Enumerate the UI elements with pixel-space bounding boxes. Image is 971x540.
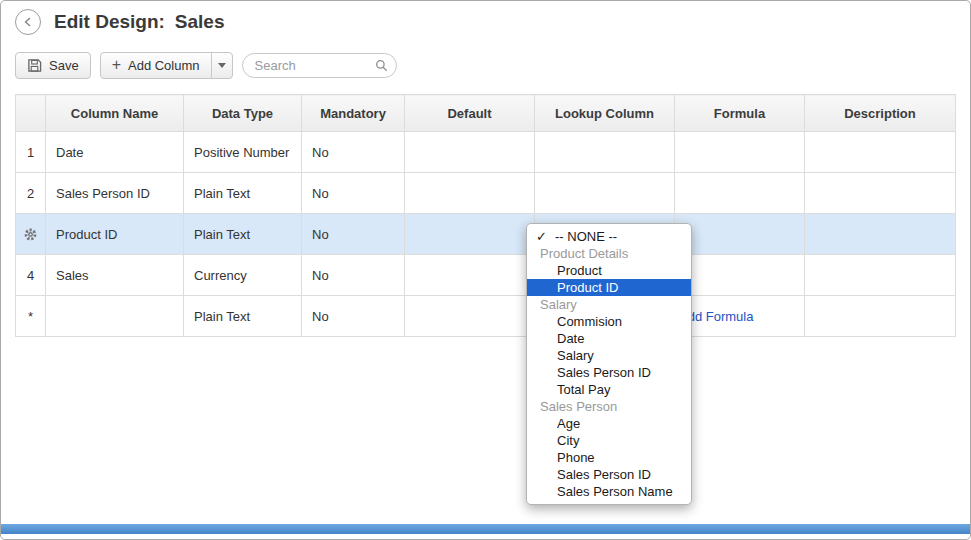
data-type-cell[interactable]: Plain Text (184, 214, 302, 255)
description-cell[interactable] (805, 132, 956, 173)
row-number-header (16, 95, 46, 132)
lookup-column-cell[interactable] (535, 173, 675, 214)
add-column-menu-button[interactable] (211, 53, 232, 78)
table-row-selected: Product ID Plain Text No (16, 214, 956, 255)
description-cell[interactable] (805, 173, 956, 214)
table-row: 1 Date Positive Number No (16, 132, 956, 173)
description-cell[interactable] (805, 296, 956, 337)
dropdown-group-salary: Salary (527, 296, 691, 313)
dropdown-option[interactable]: Phone (527, 449, 691, 466)
dropdown-option[interactable]: Age (527, 415, 691, 432)
plus-icon: + (112, 57, 121, 73)
default-cell[interactable] (405, 132, 535, 173)
description-cell[interactable] (805, 255, 956, 296)
gear-icon (23, 227, 38, 242)
row-number-cell: 1 (16, 132, 46, 173)
back-button[interactable] (15, 9, 41, 35)
page-title-entity: Sales (175, 11, 225, 33)
dropdown-option-selected[interactable]: Product ID (527, 279, 691, 296)
formula-cell[interactable] (675, 173, 805, 214)
check-icon: ✓ (536, 228, 547, 245)
table-row: 2 Sales Person ID Plain Text No (16, 173, 956, 214)
design-table: Column Name Data Type Mandatory Default … (15, 94, 956, 337)
data-type-header: Data Type (184, 95, 302, 132)
column-name-cell[interactable] (46, 296, 184, 337)
data-type-cell[interactable]: Currency (184, 255, 302, 296)
default-cell[interactable] (405, 214, 535, 255)
formula-cell: Add Formula (675, 296, 805, 337)
dropdown-option[interactable]: Sales Person ID (527, 466, 691, 483)
formula-cell[interactable] (675, 132, 805, 173)
dropdown-option[interactable]: Product (527, 262, 691, 279)
mandatory-cell[interactable]: No (302, 173, 405, 214)
column-name-cell[interactable]: Sales Person ID (46, 173, 184, 214)
row-number-cell: * (16, 296, 46, 337)
search-input[interactable] (242, 53, 397, 78)
default-cell[interactable] (405, 173, 535, 214)
search-box (242, 53, 397, 78)
header: Edit Design: Sales (15, 9, 225, 35)
row-number-cell: 2 (16, 173, 46, 214)
mandatory-cell[interactable]: No (302, 214, 405, 255)
table-header: Column Name Data Type Mandatory Default … (16, 95, 956, 132)
add-column-label: Add Column (128, 58, 200, 73)
dropdown-option[interactable]: Sales Person ID (527, 364, 691, 381)
save-button-label: Save (49, 58, 79, 73)
data-type-cell[interactable]: Plain Text (184, 296, 302, 337)
row-number-cell: 4 (16, 255, 46, 296)
data-type-cell[interactable]: Plain Text (184, 173, 302, 214)
column-name-cell[interactable]: Product ID (46, 214, 184, 255)
page-title: Edit Design: Sales (54, 11, 225, 33)
dropdown-group-product-details: Product Details (527, 245, 691, 262)
table-row-new: * Plain Text No Add Formula (16, 296, 956, 337)
description-cell[interactable] (805, 214, 956, 255)
lookup-column-header: Lookup Column (535, 95, 675, 132)
edit-design-window: Edit Design: Sales Save + Add Column (0, 0, 971, 540)
dropdown-option[interactable]: Salary (527, 347, 691, 364)
description-header: Description (805, 95, 956, 132)
dropdown-option-none[interactable]: ✓ -- NONE -- (527, 228, 691, 245)
default-cell[interactable] (405, 296, 535, 337)
default-header: Default (405, 95, 535, 132)
column-name-header: Column Name (46, 95, 184, 132)
page-title-prefix: Edit Design: (54, 11, 165, 33)
dropdown-option-label: -- NONE -- (555, 229, 617, 244)
formula-cell[interactable] (675, 255, 805, 296)
mandatory-cell[interactable]: No (302, 255, 405, 296)
mandatory-cell[interactable]: No (302, 132, 405, 173)
dropdown-option[interactable]: City (527, 432, 691, 449)
column-name-cell[interactable]: Sales (46, 255, 184, 296)
dropdown-option[interactable]: Sales Person Name (527, 483, 691, 500)
add-column-split-button: + Add Column (100, 52, 233, 79)
formula-header: Formula (675, 95, 805, 132)
chevron-left-icon (22, 16, 34, 28)
formula-cell[interactable] (675, 214, 805, 255)
table-row: 4 Sales Currency No (16, 255, 956, 296)
chevron-down-icon (218, 63, 226, 68)
column-name-cell[interactable]: Date (46, 132, 184, 173)
dropdown-option[interactable]: Date (527, 330, 691, 347)
data-type-cell[interactable]: Positive Number (184, 132, 302, 173)
search-icon (375, 59, 388, 72)
lookup-column-cell[interactable] (535, 132, 675, 173)
dropdown-option[interactable]: Commision (527, 313, 691, 330)
dropdown-option[interactable]: Total Pay (527, 381, 691, 398)
toolbar: Save + Add Column (15, 52, 397, 79)
dropdown-group-sales-person: Sales Person (527, 398, 691, 415)
default-cell[interactable] (405, 255, 535, 296)
mandatory-cell[interactable]: No (302, 296, 405, 337)
add-column-button[interactable]: + Add Column (101, 53, 211, 78)
row-settings-cell[interactable] (16, 214, 46, 255)
save-disk-icon (27, 58, 42, 73)
save-button[interactable]: Save (15, 52, 91, 79)
bottom-bar (1, 524, 970, 534)
mandatory-header: Mandatory (302, 95, 405, 132)
lookup-column-dropdown: ✓ -- NONE -- Product Details Product Pro… (526, 223, 692, 505)
